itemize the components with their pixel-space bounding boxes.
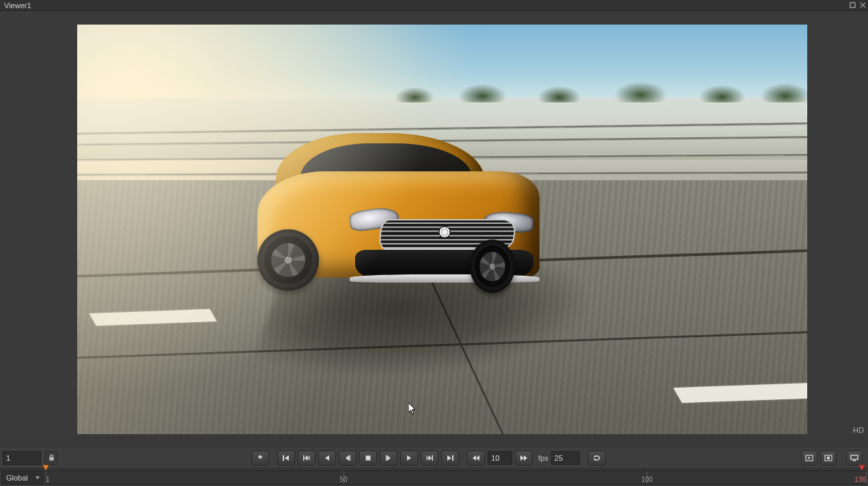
svg-marker-17 [429, 455, 432, 461]
viewer-area[interactable]: HD [0, 11, 868, 435]
viewer-title: Viewer1 [4, 1, 31, 10]
skip-back-button[interactable] [467, 451, 485, 466]
current-frame-input[interactable] [3, 451, 41, 465]
svg-marker-5 [285, 455, 289, 461]
svg-marker-27 [809, 457, 811, 459]
snapshot-button[interactable] [251, 451, 269, 466]
svg-rect-13 [386, 455, 387, 461]
close-button[interactable] [858, 1, 867, 10]
stop-button[interactable] [359, 451, 377, 466]
prev-keyframe-button[interactable] [298, 451, 316, 466]
timeline-track[interactable]: 150100136 [45, 470, 867, 485]
svg-marker-9 [325, 455, 329, 461]
playhead-icon[interactable] [42, 465, 49, 472]
svg-rect-11 [350, 455, 351, 461]
first-frame-button[interactable] [277, 451, 295, 466]
lock-button[interactable] [45, 451, 57, 465]
skip-forward-button[interactable] [515, 451, 533, 466]
fps-input[interactable] [551, 451, 580, 465]
svg-rect-12 [366, 455, 371, 460]
transport-bar: fps [0, 446, 868, 468]
svg-rect-6 [303, 455, 305, 461]
maximize-button[interactable] [848, 1, 857, 10]
skip-frames-input[interactable] [488, 451, 512, 465]
svg-marker-21 [473, 455, 476, 461]
svg-rect-20 [452, 455, 453, 461]
svg-rect-3 [49, 457, 53, 461]
svg-marker-14 [387, 455, 391, 461]
rendered-image [77, 25, 807, 434]
svg-rect-4 [283, 455, 284, 461]
svg-marker-23 [520, 455, 524, 461]
svg-marker-33 [858, 465, 865, 471]
timeline-mode-label: Global [6, 474, 28, 482]
svg-rect-30 [851, 455, 858, 459]
stop-range-button[interactable] [820, 451, 837, 466]
play-reverse-button[interactable] [318, 451, 336, 466]
svg-marker-22 [476, 455, 479, 461]
svg-rect-31 [853, 460, 856, 461]
svg-marker-24 [524, 455, 527, 461]
timeline-tick-label: 136 [854, 476, 866, 483]
timeline-mode-select[interactable]: Global [1, 470, 44, 485]
timeline-tick-label: 1 [46, 476, 50, 483]
svg-rect-29 [827, 457, 830, 459]
timeline-tick-label: 50 [339, 476, 347, 483]
next-keyframe-button[interactable] [421, 451, 438, 466]
svg-rect-18 [432, 455, 434, 461]
svg-marker-19 [447, 455, 451, 461]
play-forward-button[interactable] [400, 451, 418, 466]
play-range-button[interactable] [801, 451, 817, 466]
timeline-bar: Global 150100136 [0, 468, 868, 486]
loop-button[interactable] [588, 451, 606, 466]
svg-marker-32 [42, 465, 49, 471]
external-monitor-button[interactable] [846, 451, 863, 466]
last-frame-button[interactable] [441, 451, 459, 466]
timeline-tick-label: 100 [641, 476, 653, 483]
step-back-button[interactable] [339, 451, 356, 466]
timeline-tick [866, 471, 867, 484]
viewer-titlebar: Viewer1 [0, 0, 868, 11]
format-badge: HD [853, 426, 864, 434]
fps-label: fps [538, 454, 548, 462]
range-end-icon[interactable] [858, 465, 865, 472]
step-forward-button[interactable] [380, 451, 397, 466]
svg-marker-10 [346, 455, 349, 461]
svg-rect-0 [850, 3, 854, 8]
svg-marker-15 [407, 455, 411, 461]
viewer-canvas[interactable] [77, 25, 807, 434]
